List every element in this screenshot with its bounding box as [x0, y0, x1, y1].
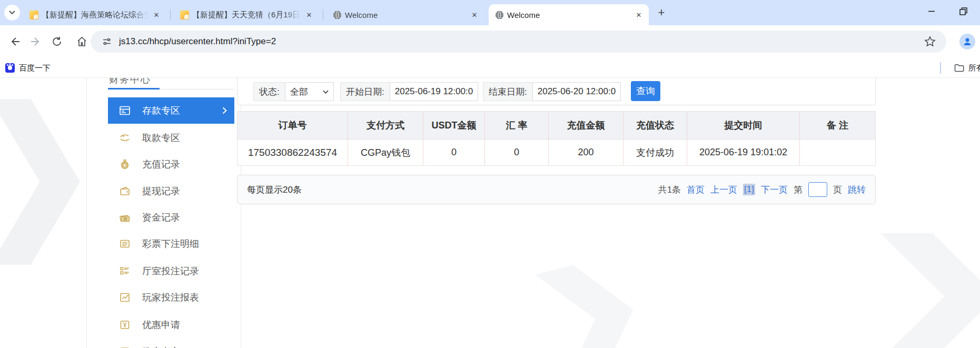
cell-usdt-amount: 0: [423, 140, 485, 166]
watermark-chevron: [880, 233, 980, 348]
cell-status: 支付成功: [623, 140, 687, 166]
query-button[interactable]: 查询: [631, 81, 660, 101]
end-date-input[interactable]: [538, 86, 616, 97]
tab-title: 【新提醒】海燕策略论坛综合交: [42, 10, 149, 20]
pagination-controls: 共1条 首页 上一页 [1] 下一页 第 页 跳转: [658, 182, 866, 197]
bookmark-baidu[interactable]: 百度一下: [5, 61, 51, 75]
first-page-link[interactable]: 首页: [687, 184, 705, 196]
cell-rate: 0: [485, 140, 549, 166]
sidebar-item-withdraw[interactable]: 取款专区: [108, 125, 234, 151]
reload-button[interactable]: [48, 33, 65, 50]
start-date-box: [390, 82, 478, 101]
sidebar-item-deposit[interactable]: 存款专区: [108, 97, 234, 124]
sidebar-left-border: [86, 78, 87, 348]
promotion-icon: [119, 346, 131, 348]
tab-welcome-1[interactable]: Welcome ✕: [326, 4, 484, 25]
reload-icon: [52, 36, 62, 47]
all-bookmarks-button[interactable]: 所有书签: [954, 61, 980, 75]
home-button[interactable]: [73, 33, 90, 50]
bookmarks-bar: 百度一下 所有书签: [0, 58, 980, 78]
globe-icon: [333, 11, 342, 19]
back-button[interactable]: [6, 33, 23, 50]
cell-submit-time: 2025-06-19 19:01:02: [687, 140, 800, 166]
page-jump-input[interactable]: [808, 182, 827, 197]
col-pay-method: 支付方式: [348, 111, 423, 140]
tab-forum-2[interactable]: 【新提醒】天天竞猜（6月19日 ✕: [174, 4, 319, 25]
restore-button[interactable]: [954, 3, 972, 19]
list-icon: [119, 238, 131, 250]
records-table: 订单号 支付方式 USDT金额 汇 率 充值金额 充值状态 提交时间 备 注 1…: [237, 111, 876, 166]
watermark-chevron: [0, 99, 80, 265]
tab-title: 【新提醒】天天竞猜（6月19日: [192, 10, 301, 20]
status-label: 状态:: [253, 82, 285, 101]
jump-go-link[interactable]: 跳转: [848, 184, 866, 196]
sidebar-item-fund-records[interactable]: 资金记录: [108, 204, 234, 231]
deposit-card-icon: [119, 105, 131, 116]
sidebar-item-label: 提现记录: [142, 185, 180, 197]
cell-amount: 200: [549, 140, 623, 166]
forum-yellow-icon: [29, 11, 38, 19]
end-date-box: [532, 82, 621, 101]
start-date-input[interactable]: [395, 86, 473, 97]
banknote-icon: [119, 212, 131, 223]
table-header-row: 订单号 支付方式 USDT金额 汇 率 充值金额 充值状态 提交时间 备 注: [237, 111, 876, 140]
minimize-button[interactable]: [923, 3, 941, 19]
forward-icon: [31, 36, 41, 47]
tab-forum-1[interactable]: 【新提醒】海燕策略论坛综合交 ✕: [23, 4, 166, 25]
svg-text:¥: ¥: [124, 163, 126, 168]
close-icon[interactable]: ✕: [470, 10, 479, 19]
sidebar-item-promo-apply[interactable]: 优惠申请: [108, 312, 234, 338]
start-date-label: 开始日期:: [340, 82, 390, 101]
address-bar[interactable]: js13.cc/hhcp/usercenter.html?iniType=2: [91, 31, 946, 53]
forum-yellow-icon: [180, 11, 189, 19]
sidebar-item-label: 优惠申请: [142, 319, 180, 331]
sidebar-item-label: 存款专区: [142, 104, 180, 117]
report-chart-icon: [119, 292, 131, 303]
close-icon[interactable]: ✕: [152, 10, 161, 19]
status-select[interactable]: 全部: [285, 82, 334, 101]
tab-search-button[interactable]: [4, 5, 20, 21]
sidebar-item-lottery-bets[interactable]: 彩票下注明细: [108, 231, 234, 257]
next-page-link[interactable]: 下一页: [761, 184, 788, 196]
tab-welcome-2-active[interactable]: Welcome ✕: [489, 4, 649, 25]
sidebar-item-hall-bet-records[interactable]: 厅室投注记录: [108, 258, 234, 284]
sidebar-item-label: 取款专区: [142, 132, 180, 144]
browser-window: 【新提醒】海燕策略论坛综合交 ✕ 【新提醒】天天竞猜（6月19日 ✕ Welco…: [0, 0, 980, 348]
sidebar-item-label: 厅室投注记录: [142, 265, 199, 277]
col-usdt-amount: USDT金额: [423, 111, 485, 140]
promo-icon: [119, 319, 131, 331]
prev-page-link[interactable]: 上一页: [710, 184, 737, 196]
chevron-right-icon: [222, 107, 227, 114]
all-bookmarks-label: 所有书签: [968, 63, 980, 73]
col-status: 充值状态: [623, 111, 687, 140]
profile-avatar[interactable]: [959, 34, 975, 49]
close-icon[interactable]: ✕: [304, 10, 314, 19]
current-page-indicator: [1]: [743, 184, 755, 195]
sidebar-item-promotion-center[interactable]: 推广中心: [108, 339, 234, 348]
col-rate: 汇 率: [485, 111, 549, 140]
sidebar-item-deposit-records[interactable]: ¥ 充值记录: [108, 151, 234, 177]
bookmark-star-icon[interactable]: [924, 36, 936, 47]
cell-order-no: 1750330862243574: [237, 140, 348, 166]
sidebar-item-player-bet-report[interactable]: 玩家投注报表: [108, 284, 234, 311]
status-selected-value: 全部: [290, 86, 308, 98]
bookmarks-separator: [940, 62, 941, 74]
col-remark: 备 注: [800, 111, 876, 140]
sidebar-item-withdrawal-records[interactable]: 提现记录: [108, 178, 234, 204]
sidebar-item-label: 玩家投注报表: [142, 291, 199, 304]
baidu-icon: [5, 63, 15, 73]
url-text[interactable]: js13.cc/hhcp/usercenter.html?iniType=2: [119, 36, 276, 47]
sidebar-item-label: 充值记录: [142, 158, 180, 171]
forward-button[interactable]: [27, 33, 44, 50]
table-row: 1750330862243574 CGPay钱包 0 0 200 支付成功 20…: [237, 140, 876, 166]
site-info-tune-icon[interactable]: [102, 37, 112, 46]
sidebar-item-label: 资金记录: [142, 211, 180, 224]
close-icon[interactable]: ✕: [634, 10, 644, 19]
tab-separator: [323, 9, 323, 20]
person-icon: [963, 37, 972, 46]
jump-prefix-label: 第: [794, 184, 803, 196]
new-tab-button[interactable]: +: [655, 6, 668, 19]
start-date-group: 开始日期:: [340, 82, 478, 101]
col-amount: 充值金额: [549, 111, 623, 140]
end-date-label: 结束日期:: [483, 82, 532, 101]
